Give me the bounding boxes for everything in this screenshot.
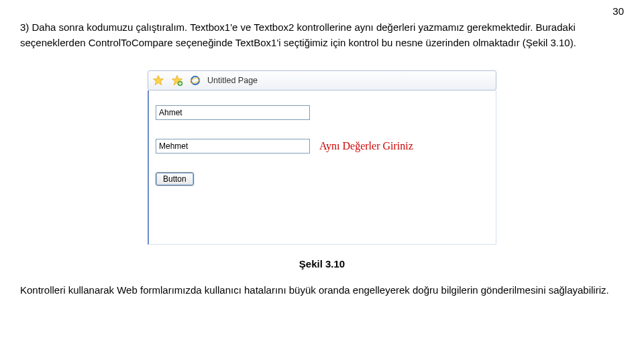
textbox1-input[interactable] bbox=[156, 105, 310, 120]
browser-content-area: Aynı Değerler Giriniz Button bbox=[148, 91, 496, 245]
closing-paragraph: Kontrolleri kullanarak Web formlarımızda… bbox=[20, 283, 624, 298]
form-row-1 bbox=[156, 105, 496, 120]
ie-logo-icon bbox=[190, 75, 201, 86]
submit-button[interactable]: Button bbox=[156, 172, 194, 186]
intro-paragraph: 3) Daha sonra kodumuzu çalıştıralım. Tex… bbox=[20, 20, 624, 50]
page-number: 30 bbox=[612, 5, 624, 17]
button-row: Button bbox=[156, 172, 496, 186]
add-favorite-star-icon bbox=[171, 74, 183, 86]
browser-tab-title: Untitled Page bbox=[207, 76, 258, 85]
favorites-star-icon bbox=[152, 74, 164, 86]
bookmark-bar: Untitled Page bbox=[148, 70, 496, 91]
svg-marker-0 bbox=[154, 76, 164, 85]
validation-message: Aynı Değerler Giriniz bbox=[319, 140, 413, 152]
figure-caption: Şekil 3.10 bbox=[20, 258, 624, 270]
textbox2-input[interactable] bbox=[156, 139, 310, 154]
form-row-2: Aynı Değerler Giriniz bbox=[156, 139, 496, 154]
browser-screenshot: Untitled Page Aynı Değerler Giriniz Butt… bbox=[148, 70, 496, 245]
